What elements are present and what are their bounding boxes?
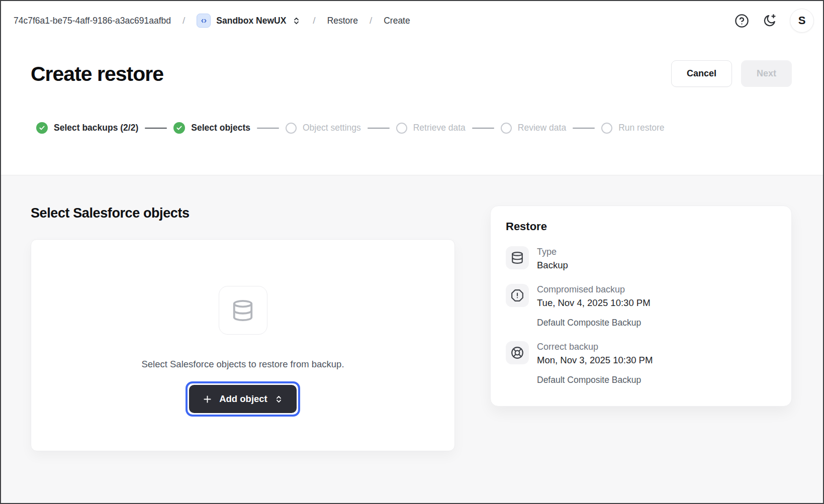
- step-label: Object settings: [303, 123, 361, 133]
- add-object-focus-ring: Add object: [186, 381, 300, 417]
- topbar-actions: S: [735, 9, 814, 33]
- check-circle-icon: [173, 122, 185, 134]
- database-tile: [219, 286, 267, 335]
- summary-title: Restore: [506, 220, 776, 233]
- alert-octagon-icon: [506, 284, 529, 307]
- user-avatar[interactable]: S: [790, 9, 814, 33]
- breadcrumb-org-id[interactable]: 74c7f6a1-be75-4aff-9186-a3ac691aafbd: [14, 16, 171, 26]
- summary-item-label: Type: [537, 247, 568, 257]
- summary-item-type: Type Backup: [506, 246, 776, 271]
- moon-plus-icon: [762, 14, 777, 28]
- app-window: 74c7f6a1-be75-4aff-9186-a3ac691aafbd / S…: [0, 0, 824, 504]
- life-buoy-icon: [506, 341, 529, 364]
- theme-toggle-button[interactable]: [762, 14, 777, 28]
- breadcrumb-create[interactable]: Create: [384, 16, 410, 26]
- step-label: Select objects: [191, 123, 250, 133]
- step-object-settings: Object settings: [286, 123, 361, 134]
- empty-circle-icon: [286, 123, 297, 134]
- step-connector: [368, 128, 390, 129]
- step-connector: [573, 128, 595, 129]
- cancel-button[interactable]: Cancel: [671, 60, 732, 87]
- empty-circle-icon: [501, 123, 512, 134]
- environment-name: Sandbox NewUX: [216, 16, 286, 26]
- help-button[interactable]: [735, 14, 749, 28]
- help-circle-icon: [735, 14, 749, 28]
- empty-state-message: Select Salesforce objects to restore fro…: [141, 359, 344, 370]
- plus-icon: [202, 394, 213, 405]
- section-title: Select Salesforce objects: [31, 206, 455, 221]
- summary-item-value: Backup: [537, 260, 568, 271]
- summary-item-label: Correct backup: [537, 342, 653, 352]
- summary-item-subtext: Default Composite Backup: [537, 318, 776, 328]
- objects-empty-state-card: Select Salesforce objects to restore fro…: [31, 239, 455, 451]
- step-label: Run restore: [618, 123, 664, 133]
- step-select-backups[interactable]: Select backups (2/2): [36, 122, 138, 134]
- unfold-chevrons-icon: [292, 16, 301, 26]
- step-run-restore: Run restore: [601, 123, 664, 134]
- code-icon: [197, 14, 211, 28]
- objects-section: Select Salesforce objects Select Salesfo…: [31, 206, 455, 451]
- step-review-data: Review data: [501, 123, 566, 134]
- summary-item-text: Type Backup: [537, 246, 568, 271]
- summary-item-value: Tue, Nov 4, 2025 10:30 PM: [537, 297, 651, 309]
- database-icon: [231, 299, 254, 322]
- next-button[interactable]: Next: [741, 60, 792, 87]
- unfold-chevrons-icon: [274, 394, 284, 404]
- page-header: 74c7f6a1-be75-4aff-9186-a3ac691aafbd / S…: [1, 1, 823, 175]
- add-object-button-label: Add object: [219, 393, 267, 405]
- step-label: Review data: [518, 123, 566, 133]
- step-retrieve-data: Retrieve data: [396, 123, 466, 134]
- breadcrumb-restore[interactable]: Restore: [327, 16, 358, 26]
- summary-item-text: Correct backup Mon, Nov 3, 2025 10:30 PM: [537, 341, 653, 366]
- summary-item-subtext: Default Composite Backup: [537, 375, 776, 385]
- step-connector: [257, 128, 279, 129]
- empty-circle-icon: [601, 123, 612, 134]
- database-icon: [506, 246, 529, 269]
- page-title: Create restore: [31, 61, 163, 87]
- step-connector: [145, 128, 167, 129]
- breadcrumb-separator: /: [309, 15, 319, 26]
- wizard-stepper: Select backups (2/2) Select objects Obje…: [1, 87, 823, 134]
- check-circle-icon: [36, 122, 48, 134]
- step-select-objects[interactable]: Select objects: [173, 122, 250, 134]
- header-actions: Cancel Next: [671, 60, 792, 87]
- summary-item-compromised-backup: Compromised backup Tue, Nov 4, 2025 10:3…: [506, 284, 776, 309]
- breadcrumb-bar: 74c7f6a1-be75-4aff-9186-a3ac691aafbd / S…: [1, 1, 823, 40]
- environment-selector[interactable]: Sandbox NewUX: [197, 14, 301, 28]
- breadcrumb: 74c7f6a1-be75-4aff-9186-a3ac691aafbd / S…: [14, 14, 410, 28]
- summary-item-value: Mon, Nov 3, 2025 10:30 PM: [537, 355, 653, 366]
- restore-summary-card: Restore Type Backup Compromised backup T…: [490, 206, 792, 407]
- title-row: Create restore Cancel Next: [1, 40, 823, 87]
- add-object-button[interactable]: Add object: [189, 385, 297, 413]
- empty-circle-icon: [396, 123, 407, 134]
- summary-item-label: Compromised backup: [537, 284, 651, 295]
- summary-item-correct-backup: Correct backup Mon, Nov 3, 2025 10:30 PM: [506, 341, 776, 366]
- page-content: Select Salesforce objects Select Salesfo…: [1, 175, 823, 503]
- step-label: Retrieve data: [413, 123, 466, 133]
- step-label: Select backups (2/2): [54, 123, 138, 133]
- breadcrumb-separator: /: [178, 15, 189, 26]
- summary-item-text: Compromised backup Tue, Nov 4, 2025 10:3…: [537, 284, 651, 309]
- breadcrumb-separator: /: [365, 15, 376, 26]
- step-connector: [472, 128, 494, 129]
